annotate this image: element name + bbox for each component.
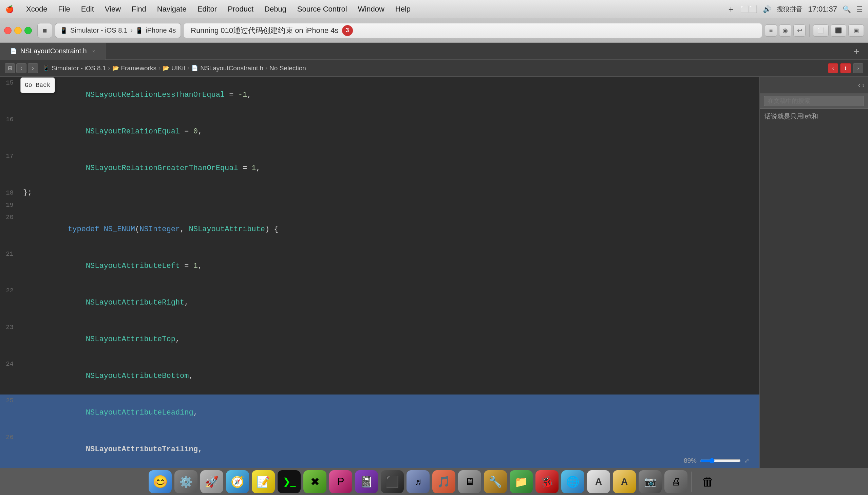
line-num-22: 22 [0, 285, 20, 297]
dock-icon-safari[interactable]: 🧭 [226, 470, 249, 493]
nav-back-button[interactable]: ‹ [16, 63, 26, 73]
dock-icon-music[interactable]: ♬ [407, 470, 430, 493]
device-separator: › [130, 26, 133, 35]
uikit-icon: 📂 [162, 65, 169, 71]
nav-forward-button[interactable]: › [28, 63, 38, 73]
navigator-toggle[interactable]: ≡ [765, 24, 777, 37]
tab-close-button[interactable]: × [92, 49, 95, 54]
plus-icon[interactable]: ＋ [727, 4, 735, 15]
dock-icon-app3[interactable]: 🔧 [484, 470, 507, 493]
code-line-17: 17 NSLayoutRelationGreaterThanOrEqual = … [0, 150, 759, 187]
input-method[interactable]: 搜狼拼音 [777, 5, 802, 14]
debug-menu[interactable]: Debug [259, 3, 292, 15]
zoom-label: 89% [684, 457, 697, 464]
dock: 😊 ⚙️ 🚀 🧭 📝 ❯_ ✖ P 📓 ⬛ ♬ 🎵 🖥 🔧 📁 🐞 [0, 468, 868, 495]
dock-icon-settings[interactable]: ⚙️ [174, 470, 197, 493]
line-content-17: NSLayoutRelationGreaterThanOrEqual = 1, [20, 150, 759, 187]
breadcrumb-frameworks-label: Frameworks [121, 65, 157, 72]
help-menu[interactable]: Help [390, 3, 416, 15]
dock-icon-app4[interactable]: 🐞 [535, 470, 559, 493]
device-icon: 📱 [136, 27, 143, 34]
line-content-24: NSLayoutAttributeBottom, [20, 358, 759, 394]
breadcrumb-nav: ⊞ ‹ › [5, 63, 38, 73]
notification-icon[interactable]: ☰ [856, 5, 863, 13]
breadcrumb-simulator[interactable]: 📱 Simulator - iOS 8.1 [43, 65, 106, 72]
breadcrumb-file-label: NSLayoutConstraint.h [200, 65, 263, 72]
view-menu[interactable]: View [100, 3, 126, 15]
dock-icon-fontbook[interactable]: A [587, 470, 610, 493]
close-window-button[interactable] [4, 27, 12, 34]
dock-icon-prefs[interactable]: 🖨 [665, 470, 688, 493]
search-input[interactable] [764, 96, 864, 106]
error-badge[interactable]: 3 [342, 25, 353, 36]
breadcrumb-bar: ⊞ ‹ › 📱 Simulator - iOS 8.1 › 📂 Framewor… [0, 60, 868, 77]
tab-title: NSLayoutConstraint.h [20, 47, 87, 55]
dock-icon-terminal[interactable]: ❯_ [278, 470, 301, 493]
dock-icon-app1[interactable]: 🎵 [432, 470, 455, 493]
layout-3[interactable]: ▣ [848, 24, 864, 37]
dock-icon-notes[interactable]: 📝 [252, 470, 275, 493]
code-line-15: 15 NSLayoutRelationLessThanOrEqual = -1, [0, 77, 759, 114]
nav-grid-button[interactable]: ⊞ [5, 63, 15, 73]
dock-icon-filezilla[interactable]: 📁 [510, 470, 533, 493]
file-menu[interactable]: File [53, 3, 75, 15]
minimize-window-button[interactable] [14, 27, 22, 34]
toolbar: ■ 📱 Simulator - iOS 8.1 › 📱 iPhone 4s Ru… [0, 18, 868, 43]
window-controls-icon: ⬜⬜ [740, 5, 757, 13]
search-icon[interactable]: 🔍 [843, 5, 851, 13]
code-line-25: 25 NSLayoutAttributeLeading, [0, 394, 759, 431]
debug-toggle[interactable]: ◉ [779, 24, 791, 37]
source-control-menu[interactable]: Source Control [292, 3, 353, 15]
scheme-selector[interactable]: 📱 Simulator - iOS 8.1 › 📱 iPhone 4s [55, 23, 181, 38]
line-content-26: NSLayoutAttributeTrailing, [20, 431, 759, 468]
code-line-22: 22 NSLayoutAttributeRight, [0, 285, 759, 321]
editor-menu[interactable]: Editor [192, 3, 222, 15]
find-menu[interactable]: Find [126, 3, 152, 15]
right-nav-back[interactable]: ‹ [858, 81, 861, 89]
breadcrumb-frameworks[interactable]: 📂 Frameworks [112, 65, 157, 72]
layout-2[interactable]: ⬛ [831, 24, 846, 37]
dock-icon-unknown2[interactable]: ⬛ [381, 470, 404, 493]
dock-icon-unknown1[interactable]: P [329, 470, 352, 493]
code-content: Go Back 15 NSLayoutRelationLessThanOrEqu… [0, 77, 759, 468]
nav-prev-error[interactable]: ‹ [828, 63, 838, 73]
add-tab-button[interactable]: ＋ [852, 45, 861, 58]
line-content-21: NSLayoutAttributeLeft = 1, [20, 248, 759, 285]
line-num-19: 19 [0, 199, 20, 211]
stop-button[interactable]: ■ [37, 23, 52, 38]
xcode-menu[interactable]: Xcode [21, 3, 53, 15]
active-tab[interactable]: 📄 NSLayoutConstraint.h × [0, 43, 106, 60]
breadcrumb-file[interactable]: 📄 NSLayoutConstraint.h [191, 65, 263, 72]
dock-icon-launchpad[interactable]: 🚀 [200, 470, 223, 493]
dock-icon-fontbook2[interactable]: A [613, 470, 636, 493]
dock-icon-onenote[interactable]: 📓 [355, 470, 378, 493]
utilities-toggle[interactable]: ↩ [793, 24, 805, 37]
apple-menu[interactable]: 🍎 [5, 5, 14, 13]
dock-icon-trash[interactable]: 🗑 [696, 470, 720, 493]
breadcrumb-uikit[interactable]: 📂 UIKit [162, 65, 185, 72]
volume-icon[interactable]: 🔊 [763, 5, 771, 13]
maximize-window-button[interactable] [24, 27, 32, 34]
dock-icon-app2[interactable]: 🖥 [458, 470, 481, 493]
code-line-20: 20 typedef NS_ENUM(NSInteger, NSLayoutAt… [0, 211, 759, 248]
zoom-expand-icon[interactable]: ⤢ [744, 457, 749, 464]
window-menu[interactable]: Window [353, 3, 390, 15]
code-line-19: 19 [0, 199, 759, 211]
edit-menu[interactable]: Edit [76, 3, 100, 15]
line-content-22: NSLayoutAttributeRight, [20, 285, 759, 321]
dock-icon-finder[interactable]: 😊 [148, 470, 172, 493]
dock-icon-crossover[interactable]: ✖ [303, 470, 326, 493]
product-menu[interactable]: Product [222, 3, 259, 15]
breadcrumb-selection[interactable]: No Selection [269, 65, 306, 72]
code-line-24: 24 NSLayoutAttributeBottom, [0, 358, 759, 394]
dock-icon-screen[interactable]: 📷 [639, 470, 662, 493]
nav-next-error[interactable]: › [853, 63, 863, 73]
line-content-25: NSLayoutAttributeLeading, [20, 394, 759, 431]
code-line-23: 23 NSLayoutAttributeTop, [0, 321, 759, 358]
dock-icon-app5[interactable]: 🌐 [561, 470, 584, 493]
layout-1[interactable]: ⬜ [813, 24, 829, 37]
code-editor[interactable]: Go Back 15 NSLayoutRelationLessThanOrEqu… [0, 77, 759, 468]
navigate-menu[interactable]: Navigate [152, 3, 192, 15]
right-nav-fwd[interactable]: › [862, 81, 865, 89]
zoom-slider[interactable] [700, 458, 741, 463]
